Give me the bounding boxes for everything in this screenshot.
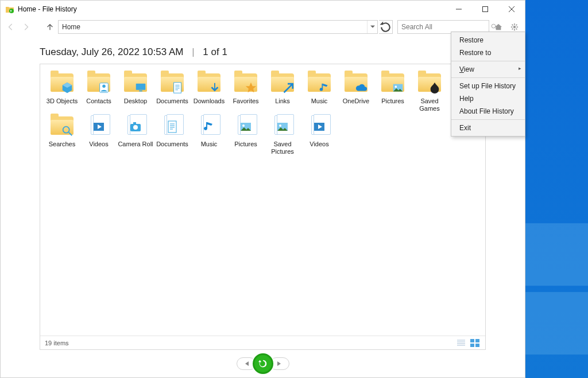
- item-label: Saved Games: [411, 98, 448, 112]
- video-icon: [312, 120, 326, 134]
- menu-exit[interactable]: Exit: [451, 122, 525, 134]
- file-list-pane: 3D ObjectsContactsDesktopDocumentsDownlo…: [40, 64, 486, 350]
- item-label: Pictures: [374, 98, 411, 105]
- svg-rect-6: [136, 84, 146, 90]
- desktop-background: [525, 0, 588, 378]
- down-icon: [208, 81, 220, 94]
- svg-rect-23: [475, 339, 479, 342]
- svg-point-14: [133, 125, 138, 130]
- back-button[interactable]: [4, 20, 18, 34]
- options-menu: Restore Restore to View Set up File Hist…: [451, 32, 525, 137]
- item-count: 19 items: [45, 340, 69, 346]
- app-icon: [5, 5, 14, 14]
- svg-point-5: [102, 85, 106, 88]
- windows-logo: [525, 120, 588, 361]
- playback-controls: [1, 350, 525, 377]
- library-item[interactable]: Pictures: [227, 114, 264, 155]
- folder-item[interactable]: Saved Games: [411, 71, 448, 112]
- svg-rect-7: [139, 91, 142, 92]
- cube-icon: [61, 81, 74, 94]
- svg-point-18: [242, 124, 245, 127]
- item-label: Searches: [44, 141, 80, 148]
- pic-icon: [276, 120, 289, 134]
- item-label: Documents: [154, 141, 191, 148]
- titlebar: Home - File History: [1, 1, 525, 18]
- item-label: Links: [264, 98, 301, 105]
- item-label: Music: [301, 98, 338, 105]
- item-label: Documents: [154, 98, 191, 105]
- game-icon: [428, 81, 441, 94]
- folder-item[interactable]: Links: [264, 71, 301, 112]
- item-label: Videos: [80, 141, 117, 148]
- svg-rect-25: [475, 344, 479, 347]
- search-input[interactable]: [398, 23, 491, 31]
- menu-restore-to[interactable]: Restore to: [451, 46, 525, 59]
- up-button[interactable]: [43, 20, 57, 34]
- svg-rect-15: [133, 122, 136, 124]
- doc-icon: [171, 81, 184, 94]
- address-dropdown-icon[interactable]: [367, 21, 377, 33]
- pic-icon: [392, 81, 404, 94]
- library-item[interactable]: Videos: [80, 114, 117, 155]
- svg-rect-27: [525, 292, 588, 354]
- item-label: Videos: [301, 141, 338, 148]
- menu-help[interactable]: Help: [451, 92, 525, 105]
- folder-item[interactable]: 3D Objects: [44, 71, 80, 112]
- item-label: OneDrive: [338, 98, 374, 105]
- folder-item[interactable]: Searches: [44, 114, 80, 155]
- link-icon: [281, 81, 294, 94]
- folder-item[interactable]: Music: [301, 71, 338, 112]
- svg-point-3: [513, 26, 516, 28]
- item-label: Camera Roll: [117, 141, 154, 148]
- folder-item[interactable]: Downloads: [191, 71, 227, 112]
- pic-icon: [239, 120, 253, 134]
- version-header: Tuesday, July 26, 2022 10:53 AM | 1 of 1: [1, 36, 525, 64]
- cloud-icon: [355, 81, 368, 94]
- address-bar[interactable]: Home: [58, 20, 378, 34]
- item-label: Music: [191, 141, 227, 148]
- library-item[interactable]: Camera Roll: [117, 114, 154, 155]
- svg-rect-24: [470, 344, 474, 347]
- restore-button[interactable]: [253, 353, 273, 374]
- details-view-icon[interactable]: [455, 338, 467, 348]
- item-label: Downloads: [191, 98, 227, 105]
- svg-point-10: [395, 85, 397, 88]
- doc-icon: [165, 120, 179, 134]
- item-label: Pictures: [227, 141, 264, 148]
- library-item[interactable]: Videos: [301, 114, 338, 155]
- folder-item[interactable]: Pictures: [374, 71, 411, 112]
- refresh-button[interactable]: [379, 20, 393, 34]
- menu-restore[interactable]: Restore: [451, 34, 525, 46]
- navigation-bar: Home: [1, 18, 525, 36]
- address-path: Home: [59, 23, 367, 31]
- menu-view[interactable]: View: [451, 63, 525, 76]
- menu-about[interactable]: About File History: [451, 105, 525, 118]
- library-item[interactable]: Music: [191, 114, 227, 155]
- icons-view-icon[interactable]: [469, 338, 481, 348]
- item-label: 3D Objects: [44, 98, 80, 105]
- folder-item[interactable]: Documents: [154, 71, 191, 112]
- folder-item[interactable]: Contacts: [80, 71, 117, 112]
- item-label: Saved Pictures: [264, 141, 301, 155]
- music-icon: [202, 120, 216, 134]
- svg-rect-1: [483, 7, 488, 12]
- folder-item[interactable]: Favorites: [227, 71, 264, 112]
- music-icon: [318, 81, 331, 94]
- svg-point-11: [63, 127, 69, 133]
- library-item[interactable]: Saved Pictures: [264, 114, 301, 155]
- star-icon: [245, 81, 257, 94]
- close-button[interactable]: [498, 1, 525, 18]
- status-bar: 19 items: [40, 336, 485, 349]
- menu-setup[interactable]: Set up File History: [451, 80, 525, 92]
- maximize-button[interactable]: [472, 1, 498, 18]
- file-grid: 3D ObjectsContactsDesktopDocumentsDownlo…: [40, 64, 485, 336]
- file-history-window: Home - File History Home Tuesday, July 2…: [0, 0, 525, 378]
- folder-item[interactable]: Desktop: [117, 71, 154, 112]
- item-label: Desktop: [117, 98, 154, 105]
- forward-button[interactable]: [19, 20, 33, 34]
- video-icon: [92, 120, 106, 134]
- folder-item[interactable]: OneDrive: [338, 71, 374, 112]
- library-item[interactable]: Documents: [154, 114, 191, 155]
- version-timestamp: Tuesday, July 26, 2022 10:53 AM: [40, 46, 183, 57]
- minimize-button[interactable]: [446, 1, 472, 18]
